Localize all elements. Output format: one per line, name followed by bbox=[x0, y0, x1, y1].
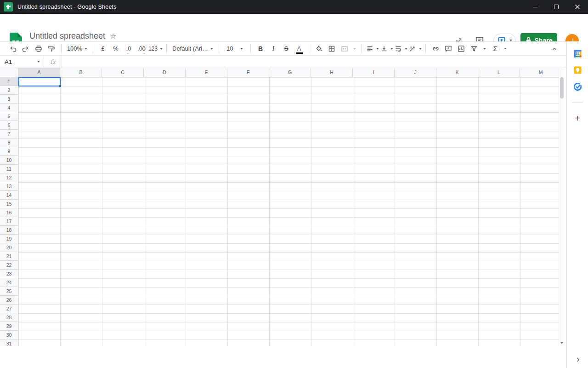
toolbar-separator bbox=[166, 44, 167, 53]
filter-views-dropdown[interactable] bbox=[481, 43, 488, 54]
row-header-25[interactable]: 25 bbox=[0, 287, 18, 296]
fill-handle[interactable] bbox=[59, 85, 62, 87]
borders-button[interactable] bbox=[326, 43, 338, 54]
hide-side-panel-button[interactable] bbox=[567, 356, 588, 363]
row-header-1[interactable]: 1 bbox=[0, 77, 18, 86]
name-box[interactable]: A1 bbox=[0, 56, 44, 68]
row-header-10[interactable]: 10 bbox=[0, 156, 18, 165]
row-header-9[interactable]: 9 bbox=[0, 147, 18, 156]
column-header-J[interactable]: J bbox=[395, 68, 436, 77]
document-title[interactable]: Untitled spreadsheet bbox=[29, 31, 105, 41]
column-header-M[interactable]: M bbox=[520, 68, 559, 77]
increase-decimal-button[interactable]: .00 → bbox=[136, 43, 147, 54]
text-wrap-button[interactable] bbox=[394, 43, 407, 54]
row-header-13[interactable]: 13 bbox=[0, 182, 18, 191]
row-header-6[interactable]: 6 bbox=[0, 121, 18, 130]
text-color-button[interactable]: A bbox=[293, 43, 305, 54]
functions-button[interactable]: Σ bbox=[489, 43, 501, 54]
column-header-L[interactable]: L bbox=[478, 68, 520, 77]
format-currency-button[interactable]: £ bbox=[97, 43, 109, 54]
column-header-C[interactable]: C bbox=[102, 68, 144, 77]
column-header-H[interactable]: H bbox=[311, 68, 353, 77]
font-select[interactable]: Default (Ari… bbox=[170, 43, 215, 54]
fill-color-button[interactable] bbox=[313, 43, 325, 54]
row-header-14[interactable]: 14 bbox=[0, 191, 18, 200]
row-header-29[interactable]: 29 bbox=[0, 322, 18, 331]
print-button[interactable] bbox=[33, 43, 45, 54]
calendar-button[interactable]: 31 bbox=[572, 48, 582, 58]
row-header-5[interactable]: 5 bbox=[0, 112, 18, 121]
insert-comment-button[interactable] bbox=[442, 43, 454, 54]
star-icon[interactable]: ☆ bbox=[110, 32, 116, 40]
format-percent-button[interactable]: % bbox=[110, 43, 122, 54]
row-header-18[interactable]: 18 bbox=[0, 226, 18, 235]
maximize-button[interactable] bbox=[546, 0, 567, 14]
zoom-select[interactable]: 100% bbox=[65, 43, 89, 54]
column-header-B[interactable]: B bbox=[60, 68, 102, 77]
row-header-15[interactable]: 15 bbox=[0, 200, 18, 208]
vertical-scrollbar-thumb[interactable] bbox=[560, 77, 564, 98]
column-header-I[interactable]: I bbox=[353, 68, 395, 77]
bold-button[interactable]: B bbox=[254, 43, 266, 54]
horizontal-align-caret bbox=[376, 48, 379, 50]
row-header-17[interactable]: 17 bbox=[0, 217, 18, 226]
strikethrough-button[interactable]: S bbox=[280, 43, 292, 54]
get-addons-button[interactable]: + bbox=[575, 113, 580, 124]
row-header-2[interactable]: 2 bbox=[0, 86, 18, 95]
column-header-A[interactable]: A bbox=[18, 68, 60, 77]
row-header-16[interactable]: 16 bbox=[0, 208, 18, 217]
row-header-8[interactable]: 8 bbox=[0, 138, 18, 147]
undo-button[interactable] bbox=[7, 43, 19, 54]
font-size-select[interactable]: 10 bbox=[223, 43, 247, 54]
row-header-23[interactable]: 23 bbox=[0, 270, 18, 278]
selected-cell-outline bbox=[18, 77, 61, 86]
column-header-K[interactable]: K bbox=[436, 68, 478, 77]
row-header-22[interactable]: 22 bbox=[0, 261, 18, 270]
column-header-G[interactable]: G bbox=[269, 68, 311, 77]
column-header-E[interactable]: E bbox=[186, 68, 227, 77]
vertical-align-button[interactable] bbox=[380, 43, 393, 54]
column-header-F[interactable]: F bbox=[227, 68, 269, 77]
row-header-11[interactable]: 11 bbox=[0, 165, 18, 173]
insert-link-button[interactable] bbox=[430, 43, 441, 54]
horizontal-align-button[interactable] bbox=[366, 43, 379, 54]
more-formats-button[interactable]: 123 bbox=[148, 43, 163, 54]
row-header-21[interactable]: 21 bbox=[0, 252, 18, 261]
insert-chart-button[interactable] bbox=[455, 43, 467, 54]
tasks-button[interactable] bbox=[572, 81, 582, 92]
functions-dropdown[interactable] bbox=[502, 43, 509, 54]
decrease-decimal-button[interactable]: .0 ← bbox=[123, 43, 135, 54]
keep-button[interactable] bbox=[572, 65, 582, 75]
merge-cells-dropdown[interactable] bbox=[351, 43, 358, 54]
formula-input[interactable] bbox=[62, 56, 566, 68]
row-header-26[interactable]: 26 bbox=[0, 296, 18, 305]
row-header-4[interactable]: 4 bbox=[0, 104, 18, 112]
row-header-7[interactable]: 7 bbox=[0, 130, 18, 138]
row-headers: 1234567891011121314151617181920212223242… bbox=[0, 77, 18, 346]
row-header-19[interactable]: 19 bbox=[0, 235, 18, 243]
redo-button[interactable] bbox=[20, 43, 32, 54]
filter-button[interactable] bbox=[468, 43, 480, 54]
text-rotation-button[interactable]: A bbox=[408, 43, 422, 54]
row-header-3[interactable]: 3 bbox=[0, 95, 18, 104]
row-header-27[interactable]: 27 bbox=[0, 305, 18, 313]
scroll-down-button[interactable] bbox=[559, 340, 565, 346]
spreadsheet-grid[interactable] bbox=[18, 77, 559, 346]
more-formats-caret bbox=[160, 48, 163, 50]
row-header-20[interactable]: 20 bbox=[0, 243, 18, 252]
column-header-D[interactable]: D bbox=[144, 68, 186, 77]
hide-toolbar-button[interactable] bbox=[548, 43, 560, 54]
row-header-28[interactable]: 28 bbox=[0, 313, 18, 322]
row-header-24[interactable]: 24 bbox=[0, 278, 18, 287]
percent-icon: % bbox=[113, 45, 119, 52]
row-header-30[interactable]: 30 bbox=[0, 331, 18, 339]
italic-button[interactable]: I bbox=[267, 43, 279, 54]
row-header-31[interactable]: 31 bbox=[0, 339, 18, 346]
row-header-12[interactable]: 12 bbox=[0, 173, 18, 182]
merge-cells-button[interactable] bbox=[339, 43, 351, 54]
close-button[interactable] bbox=[567, 0, 588, 14]
minimize-button[interactable] bbox=[525, 0, 546, 14]
select-all-corner[interactable] bbox=[0, 68, 18, 77]
paint-format-button[interactable] bbox=[45, 43, 57, 54]
vertical-scrollbar[interactable] bbox=[559, 68, 564, 346]
